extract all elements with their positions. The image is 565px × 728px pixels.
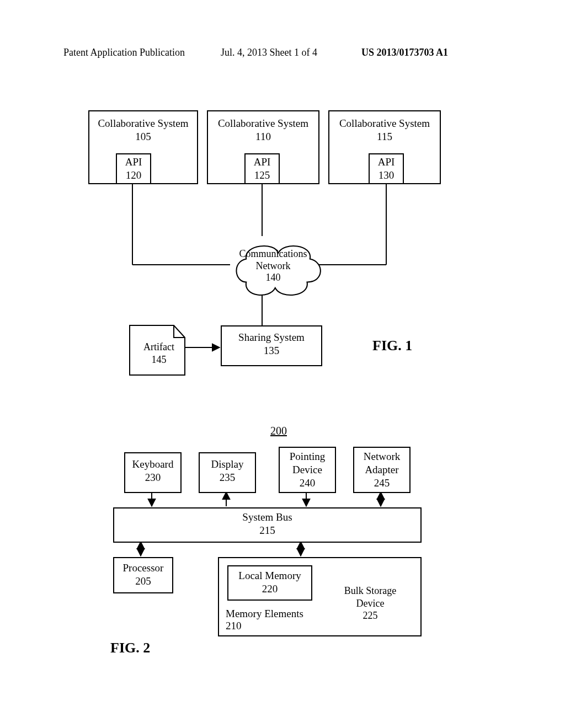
fig2-netadapter: Network Adapter 245 [353,447,411,493]
fig2-bus-title: System Bus [114,511,420,524]
fig2-bulk-title: Bulk Storage [344,585,397,596]
fig2-netadapter-num: 245 [354,477,409,490]
fig2-pointing-num: 240 [280,477,335,490]
fig2-processor: Processor 205 [113,557,173,593]
fig2-netadapter-sub: Adapter [354,463,409,477]
fig2-display-title: Display [200,458,255,471]
fig2-bus: System Bus 215 [113,507,422,543]
fig2-netadapter-title: Network [354,450,409,463]
fig2-processor-title: Processor [114,561,172,575]
fig2-keyboard-num: 230 [125,471,180,484]
fig2-memelem-num: 210 [226,620,242,632]
fig2-bulk-sub: Device [356,598,385,609]
fig2-processor-num: 205 [114,575,172,588]
fig2-memelem-title: Memory Elements [226,608,303,620]
fig2-bulk-num: 225 [363,610,378,621]
fig2-keyboard: Keyboard 230 [124,452,182,493]
fig2-bulk: Bulk Storage Device 225 [338,585,403,622]
fig2-pointing: Pointing Device 240 [279,447,336,493]
fig2-localmem-num: 220 [228,582,311,596]
fig2-keyboard-title: Keyboard [125,458,180,471]
fig2-localmem: Local Memory 220 [227,565,312,601]
fig2-display-num: 235 [200,471,255,484]
fig2-label: FIG. 2 [110,640,150,656]
page: Patent Application Publication Jul. 4, 2… [0,0,565,728]
fig2-bus-num: 215 [114,524,420,537]
fig2-display: Display 235 [199,452,256,493]
fig2-pointing-title: Pointing [280,450,335,463]
fig2-localmem-title: Local Memory [228,569,311,582]
fig2-pointing-sub: Device [280,463,335,477]
